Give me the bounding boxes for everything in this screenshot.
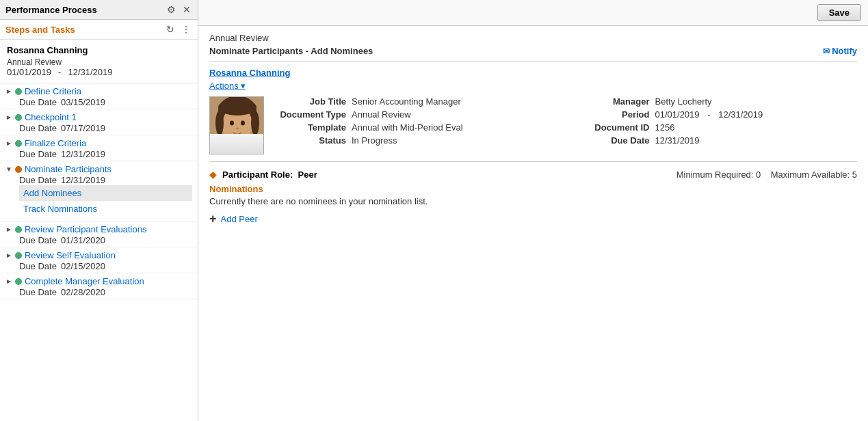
step-define-criteria: ► Define Criteria Due Date 03/15/2019 — [0, 83, 198, 109]
detail-row-status: Status In Progress — [278, 135, 554, 146]
step-name-define-criteria[interactable]: Define Criteria — [25, 86, 81, 96]
svg-point-5 — [230, 121, 234, 126]
period-sep: - — [707, 109, 710, 120]
page-title: Nominate Participants - Add Nominees — [209, 46, 373, 56]
refresh-icon[interactable]: ↻ — [165, 24, 176, 35]
steps-list: ► Define Criteria Due Date 03/15/2019 ► … — [0, 83, 198, 421]
step-arrow-3: ▼ — [5, 165, 12, 173]
step-name-nominate-participants[interactable]: Nominate Participants — [25, 164, 111, 174]
svg-rect-4 — [220, 138, 254, 154]
step-due-label-4: Due Date — [19, 235, 57, 245]
nominations-label: Nominations — [209, 184, 857, 194]
step-name-complete-manager-evaluation[interactable]: Complete Manager Evaluation — [25, 276, 144, 286]
step-dot-checkpoint-1 — [15, 114, 22, 121]
steps-tasks-bar: Steps and Tasks ↻ ⋮ — [0, 20, 198, 40]
add-peer-link[interactable]: Add Peer — [221, 214, 258, 224]
sub-step-add-nominees[interactable]: Add Nominees — [19, 185, 192, 201]
main-content: Save Annual Review Nominate Participants… — [198, 0, 868, 421]
step-due-label-2: Due Date — [19, 149, 57, 159]
manager-label: Manager — [581, 96, 650, 107]
detail-row-document-id: Document ID 1256 — [581, 122, 858, 133]
add-peer-row: + Add Peer — [209, 212, 857, 226]
step-due-date-2: 12/31/2019 — [61, 149, 105, 159]
status-value: In Progress — [352, 135, 397, 146]
steps-tasks-icons: ↻ ⋮ — [165, 24, 192, 35]
period-start: 01/01/2019 — [655, 109, 700, 120]
person-section: Rosanna Channing Actions ▾ — [209, 68, 857, 162]
sub-step-track-nominations[interactable]: Track Nominations — [19, 201, 192, 217]
user-review-type: Annual Review — [7, 57, 191, 67]
sidebar-title: Performance Process — [5, 5, 97, 15]
status-label: Status — [278, 135, 346, 146]
detail-row-document-type: Document Type Annual Review — [278, 109, 554, 120]
notify-label: Notify — [832, 46, 857, 56]
document-type-value: Annual Review — [352, 109, 411, 120]
detail-row-period: Period 01/01/2019 - 12/31/2019 — [581, 109, 858, 120]
step-dot-nominate-participants — [15, 166, 22, 173]
user-dates: 01/01/2019 - 12/31/2019 — [7, 67, 191, 77]
user-date-start: 01/01/2019 — [7, 67, 51, 77]
step-arrow-2: ► — [5, 139, 12, 147]
document-id-value: 1256 — [655, 122, 675, 133]
svg-point-10 — [218, 99, 257, 116]
close-icon[interactable]: ✕ — [181, 4, 192, 15]
steps-tasks-label: Steps and Tasks — [5, 25, 75, 35]
step-dot-review-self — [15, 252, 22, 259]
step-name-review-participant-evaluations[interactable]: Review Participant Evaluations — [25, 224, 146, 234]
svg-point-8 — [215, 111, 224, 135]
step-nominate-participants: ▼ Nominate Participants Due Date 12/31/2… — [0, 161, 198, 221]
step-name-finalize-criteria[interactable]: Finalize Criteria — [25, 138, 86, 148]
job-title-label: Job Title — [278, 96, 346, 107]
user-info: Rosanna Channing Annual Review 01/01/201… — [0, 40, 198, 83]
step-arrow: ► — [5, 87, 12, 95]
person-details: Job Title Senior Accounting Manager Docu… — [209, 96, 857, 154]
step-checkpoint-1: ► Checkpoint 1 Due Date 07/17/2019 — [0, 109, 198, 135]
document-id-label: Document ID — [581, 122, 650, 133]
step-name-review-self-evaluation[interactable]: Review Self Evaluation — [25, 250, 116, 260]
step-due-date-3: 12/31/2019 — [61, 175, 105, 185]
settings-icon[interactable]: ⚙ — [166, 4, 177, 15]
manager-value: Betty Locherty — [655, 96, 712, 107]
participant-role-prefix: Participant Role: — [222, 169, 293, 180]
max-label: Maximum Available: — [771, 169, 850, 180]
save-button[interactable]: Save — [817, 4, 861, 21]
notify-icon: ✉ — [823, 46, 830, 56]
step-review-participant-evaluations: ► Review Participant Evaluations Due Dat… — [0, 221, 198, 247]
user-date-end: 12/31/2019 — [68, 67, 112, 77]
person-name-link[interactable]: Rosanna Channing — [209, 68, 857, 78]
menu-icon[interactable]: ⋮ — [180, 24, 192, 35]
person-photo — [209, 96, 264, 154]
step-dot-finalize-criteria — [15, 140, 22, 147]
step-due-date-6: 02/28/2020 — [61, 287, 105, 297]
actions-dropdown[interactable]: Actions ▾ — [209, 81, 246, 91]
detail-col-left: Job Title Senior Accounting Manager Docu… — [278, 96, 554, 154]
sub-steps-nominate: Add Nominees Track Nominations — [5, 185, 192, 219]
actions-bar: Actions ▾ — [209, 81, 857, 91]
step-name-checkpoint-1[interactable]: Checkpoint 1 — [25, 112, 77, 122]
photo-face — [210, 97, 263, 154]
main-topbar: Save — [198, 0, 868, 26]
svg-point-7 — [236, 128, 239, 130]
user-date-separator: - — [58, 67, 61, 77]
step-arrow-4: ► — [5, 226, 12, 233]
svg-point-6 — [241, 121, 245, 126]
step-due-date-0: 03/15/2019 — [61, 97, 105, 107]
step-due-date-5: 02/15/2020 — [61, 261, 105, 271]
sidebar: Performance Process ⚙ ✕ Steps and Tasks … — [0, 0, 198, 421]
page-title-row: Nominate Participants - Add Nominees ✉ N… — [209, 46, 857, 56]
step-review-self-evaluation: ► Review Self Evaluation Due Date 02/15/… — [0, 247, 198, 273]
step-dot-define-criteria — [15, 88, 22, 95]
nominations-empty-text: Currently there are no nominees in your … — [209, 196, 857, 206]
template-label: Template — [278, 122, 346, 133]
max-value: 5 — [852, 169, 857, 180]
step-arrow-5: ► — [5, 252, 12, 259]
step-due-label-5: Due Date — [19, 261, 57, 271]
detail-col-right: Manager Betty Locherty Period 01/01/2019… — [581, 96, 858, 154]
participant-role-name: Peer — [298, 169, 317, 180]
min-label: Minimum Required: — [676, 169, 754, 180]
step-dot-review-participant — [15, 226, 22, 233]
sidebar-header: Performance Process ⚙ ✕ — [0, 0, 198, 20]
content-area: Annual Review Nominate Participants - Ad… — [198, 26, 868, 421]
step-due-label-6: Due Date — [19, 287, 57, 297]
notify-link[interactable]: ✉ Notify — [823, 46, 857, 56]
